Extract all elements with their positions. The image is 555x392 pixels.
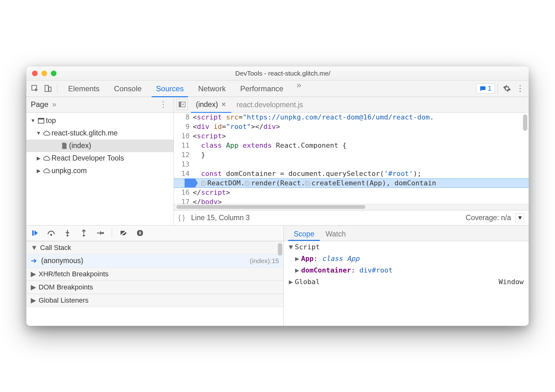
tab-elements[interactable]: Elements xyxy=(64,80,104,97)
section-xhr-breakpoints[interactable]: ▶XHR/fetch Breakpoints xyxy=(26,268,283,281)
file-tab-active[interactable]: (index) ✕ xyxy=(191,96,231,113)
minimize-window-button[interactable] xyxy=(41,71,47,76)
scope-global-label: Global xyxy=(295,278,320,286)
panel-tabs: Elements Console Sources Network Perform… xyxy=(64,80,476,97)
section-title: XHR/fetch Breakpoints xyxy=(39,270,109,278)
scope-label: Script xyxy=(295,243,320,251)
frame-location: (index):15 xyxy=(250,257,279,265)
svg-point-8 xyxy=(50,234,52,236)
scope-panel: Scope Watch ▼Script ▶App: class App ▶dom… xyxy=(284,225,529,326)
debugger-pane: ▼Call Stack ➔ (anonymous) (index):15 ▶XH… xyxy=(26,225,529,326)
coverage-status: Coverage: n/a xyxy=(466,214,511,222)
devtools-window: DevTools - react-stuck.glitch.me/ Elemen… xyxy=(26,66,529,326)
more-tabs-icon[interactable]: » xyxy=(294,80,305,97)
svg-rect-13 xyxy=(139,231,140,234)
svg-point-10 xyxy=(83,235,85,236)
section-title: Global Listeners xyxy=(39,296,89,305)
svg-point-9 xyxy=(67,235,68,236)
frame-name: (anonymous) xyxy=(41,257,83,265)
toggle-navigator-icon[interactable] xyxy=(176,99,188,110)
tree-row-unpkg[interactable]: ▶ unpkg.com xyxy=(26,165,174,177)
file-tab-label: react.development.js xyxy=(236,101,303,109)
kebab-menu-icon[interactable]: ⋮ xyxy=(514,82,527,95)
svg-rect-2 xyxy=(49,87,51,92)
scope-global-value: Window xyxy=(499,278,524,286)
scope-item-app[interactable]: ▶App: class App xyxy=(284,253,529,264)
pretty-print-icon[interactable]: { } xyxy=(178,214,185,222)
tree-row-domain[interactable]: ▼ react-stuck.glitch.me xyxy=(26,127,174,140)
issues-badge[interactable]: 1 xyxy=(476,83,495,93)
svg-rect-1 xyxy=(45,85,48,92)
editor-statusbar: { } Line 15, Column 3 Coverage: n/a ▾ xyxy=(174,210,529,225)
code-area[interactable]: 89101112131415161718 <script src="https:… xyxy=(174,113,529,204)
section-title: Call Stack xyxy=(40,244,71,252)
section-title: DOM Breakpoints xyxy=(39,283,93,291)
tab-sources[interactable]: Sources xyxy=(152,80,188,97)
step-into-icon[interactable] xyxy=(63,229,72,237)
traffic-lights xyxy=(26,71,62,76)
section-dom-breakpoints[interactable]: ▶DOM Breakpoints xyxy=(26,281,283,294)
statusbar-dropdown-icon[interactable]: ▾ xyxy=(515,213,524,222)
svg-rect-7 xyxy=(32,230,34,236)
tree-row-index[interactable]: (index) xyxy=(26,140,174,152)
tree-row-rdt[interactable]: ▶ React Developer Tools xyxy=(26,152,174,165)
resume-icon[interactable] xyxy=(30,230,40,236)
step-out-icon[interactable] xyxy=(79,229,89,237)
tab-watch[interactable]: Watch xyxy=(320,225,351,241)
tree-label: React Developer Tools xyxy=(51,154,124,162)
scrollbar-horizontal[interactable] xyxy=(176,205,365,209)
cloud-icon xyxy=(42,131,51,136)
tree-label: top xyxy=(46,116,56,125)
tab-performance[interactable]: Performance xyxy=(236,80,288,97)
tree-row-top[interactable]: ▼ top xyxy=(26,114,174,127)
file-navigator: ▼ top ▼ react-stuck.glitch.me (index) ▶ … xyxy=(26,113,174,225)
svg-rect-4 xyxy=(179,102,181,107)
more-navigator-tabs-icon[interactable]: » xyxy=(52,100,56,109)
separator xyxy=(112,229,112,237)
inspect-element-icon[interactable] xyxy=(28,82,41,95)
code-editor: 89101112131415161718 <script src="https:… xyxy=(174,113,529,225)
cloud-icon xyxy=(42,156,51,161)
section-call-stack[interactable]: ▼Call Stack xyxy=(26,241,283,254)
file-icon xyxy=(60,142,69,149)
pause-on-exceptions-icon[interactable] xyxy=(135,230,145,236)
section-global-listeners[interactable]: ▶Global Listeners xyxy=(26,294,283,307)
cursor-position: Line 15, Column 3 xyxy=(191,214,250,222)
tab-console[interactable]: Console xyxy=(110,80,146,97)
current-frame-icon: ➔ xyxy=(31,257,37,265)
tree-label: react-stuck.glitch.me xyxy=(51,129,118,137)
file-tab-label: (index) xyxy=(196,100,218,109)
tab-scope[interactable]: Scope xyxy=(288,225,320,241)
separator xyxy=(498,84,498,93)
code-lines: <script src="https://unpkg.com/react-dom… xyxy=(193,113,529,204)
step-over-icon[interactable] xyxy=(46,230,56,236)
navigator-menu-icon[interactable]: ⋮ xyxy=(157,100,169,109)
svg-rect-6 xyxy=(38,118,44,119)
scope-global[interactable]: ▶GlobalWindow xyxy=(284,276,529,288)
close-tab-icon[interactable]: ✕ xyxy=(221,101,226,108)
close-window-button[interactable] xyxy=(32,71,38,76)
svg-rect-14 xyxy=(140,231,141,234)
cloud-icon xyxy=(42,168,51,173)
step-icon[interactable] xyxy=(95,230,105,236)
device-toolbar-icon[interactable] xyxy=(41,82,55,95)
zoom-window-button[interactable] xyxy=(51,71,57,76)
stack-frame[interactable]: ➔ (anonymous) (index):15 xyxy=(26,254,283,268)
scope-script[interactable]: ▼Script xyxy=(284,241,529,253)
debugger-toolbar xyxy=(26,225,283,241)
scrollbar-vertical[interactable] xyxy=(278,243,282,256)
scrollbar-horizontal-track xyxy=(174,204,529,210)
tab-network[interactable]: Network xyxy=(194,80,230,97)
sub-toolbar: Page » ⋮ (index) ✕ react.development.js xyxy=(26,97,529,113)
svg-point-11 xyxy=(102,232,104,234)
scope-item-domcontainer[interactable]: ▶domContainer: div#root xyxy=(284,264,529,276)
line-gutter: 89101112131415161718 xyxy=(174,113,193,204)
file-tab-inactive[interactable]: react.development.js xyxy=(231,97,308,112)
settings-icon[interactable] xyxy=(500,82,514,95)
main-toolbar: Elements Console Sources Network Perform… xyxy=(26,81,529,97)
deactivate-breakpoints-icon[interactable] xyxy=(119,230,128,236)
call-stack-panel: ▼Call Stack ➔ (anonymous) (index):15 ▶XH… xyxy=(26,225,284,326)
tree-label: unpkg.com xyxy=(51,167,87,175)
navigator-header: Page » ⋮ xyxy=(26,97,174,112)
navigator-tab-page[interactable]: Page xyxy=(31,100,48,109)
